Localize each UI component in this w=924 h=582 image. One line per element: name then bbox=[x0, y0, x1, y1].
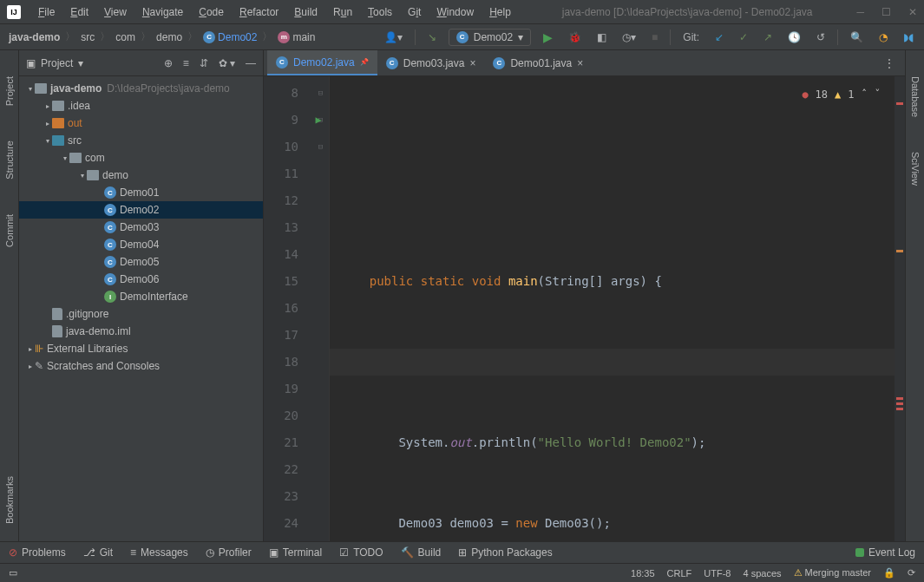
minimize-button[interactable]: ─ bbox=[856, 6, 864, 18]
bc-com[interactable]: com bbox=[114, 29, 137, 45]
hide-panel-button[interactable]: — bbox=[246, 57, 256, 69]
add-config-button[interactable]: 👤▾ bbox=[381, 29, 406, 45]
tree-com-package[interactable]: ▾com bbox=[19, 149, 263, 167]
messages-button[interactable]: ≡ Messages bbox=[130, 546, 188, 559]
tree-file-demo06[interactable]: CDemo06 bbox=[19, 271, 263, 288]
tree-file-demo02[interactable]: CDemo02 bbox=[19, 201, 263, 219]
git-branch[interactable]: ⚠ Merging master bbox=[794, 567, 871, 579]
indent-settings[interactable]: 4 spaces bbox=[743, 568, 781, 579]
bc-method[interactable]: mmain bbox=[276, 29, 317, 45]
project-tool-button[interactable]: Project bbox=[4, 76, 15, 106]
run-config-selector[interactable]: CDemo02 ▾ bbox=[449, 29, 531, 46]
tab-close-icon[interactable]: × bbox=[577, 57, 583, 69]
menu-build[interactable]: Build bbox=[287, 4, 324, 20]
menu-code[interactable]: Code bbox=[192, 4, 231, 20]
tab-demo02[interactable]: CDemo02.java📌 bbox=[267, 50, 377, 75]
coverage-button[interactable]: ◧ bbox=[593, 29, 610, 45]
collapse-all-button[interactable]: ⇵ bbox=[200, 57, 208, 69]
menu-edit[interactable]: Edit bbox=[63, 4, 95, 20]
expand-all-button[interactable]: ≡ bbox=[183, 57, 189, 69]
fold-gutter[interactable]: ⊟⊟⊟ bbox=[312, 76, 330, 541]
close-button[interactable]: ✕ bbox=[908, 6, 917, 18]
tab-demo03[interactable]: CDemo03.java× bbox=[377, 50, 485, 75]
todo-button[interactable]: ☑ TODO bbox=[339, 546, 383, 559]
bc-demo[interactable]: demo bbox=[154, 29, 184, 45]
git-tool-button[interactable]: ⎇ Git bbox=[83, 546, 113, 559]
git-push-button[interactable]: ↗ bbox=[760, 29, 776, 45]
git-rollback-button[interactable]: ↺ bbox=[813, 29, 829, 45]
run-gutter[interactable]: ▶ bbox=[312, 76, 324, 134]
git-history-button[interactable]: 🕓 bbox=[784, 29, 804, 45]
tree-iml[interactable]: java-demo.iml bbox=[19, 323, 263, 340]
tab-demo01[interactable]: CDemo01.java× bbox=[484, 50, 592, 75]
build-tool-button[interactable]: 🔨 Build bbox=[401, 546, 442, 559]
locate-file-button[interactable]: ⊕ bbox=[164, 57, 173, 69]
git-pull-button[interactable]: ↙ bbox=[711, 29, 727, 45]
memory-indicator[interactable]: ⟳ bbox=[908, 567, 915, 579]
profile-button[interactable]: ◷▾ bbox=[619, 29, 639, 45]
menu-help[interactable]: Help bbox=[482, 4, 518, 20]
tab-pin-icon[interactable]: 📌 bbox=[360, 58, 369, 66]
tab-close-icon[interactable]: × bbox=[469, 57, 475, 69]
tree-file-demo04[interactable]: CDemo04 bbox=[19, 236, 263, 253]
menu-refactor[interactable]: Refactor bbox=[233, 4, 285, 20]
tree-src-folder[interactable]: ▾src bbox=[19, 132, 263, 149]
line-gutter[interactable]: 8910111213141516171819202122232425 bbox=[264, 76, 312, 541]
tree-gitignore[interactable]: .gitignore bbox=[19, 305, 263, 323]
git-commit-button[interactable]: ✓ bbox=[736, 29, 751, 45]
code-content[interactable]: ●18 ▲1 ˆˇ public static void main(String… bbox=[330, 76, 895, 541]
run-line-icon[interactable]: ▶ bbox=[312, 107, 324, 134]
terminal-button[interactable]: ▣ Terminal bbox=[269, 546, 322, 559]
build-button[interactable]: ↘ bbox=[424, 29, 440, 45]
menu-file[interactable]: File bbox=[31, 4, 62, 20]
menu-run[interactable]: Run bbox=[326, 4, 359, 20]
bc-src[interactable]: src bbox=[79, 29, 96, 45]
search-button[interactable]: 🔍 bbox=[847, 29, 867, 45]
bc-project[interactable]: java-demo bbox=[7, 29, 62, 45]
maximize-button[interactable]: ☐ bbox=[881, 6, 891, 18]
tree-demo-package[interactable]: ▾demo bbox=[19, 167, 263, 184]
code-editor[interactable]: 8910111213141516171819202122232425 ▶ ⊟⊟⊟… bbox=[264, 76, 905, 541]
run-button[interactable]: ▶ bbox=[540, 29, 556, 46]
project-settings-button[interactable]: ✿ ▾ bbox=[219, 57, 235, 69]
menu-navigate[interactable]: Navigate bbox=[135, 4, 190, 20]
project-tree[interactable]: ▾java-demoD:\IdeaProjects\java-demo ▸.id… bbox=[19, 76, 263, 541]
problems-button[interactable]: ⊘Problems bbox=[9, 546, 66, 559]
tree-idea-folder[interactable]: ▸.idea bbox=[19, 97, 263, 114]
tree-scratches[interactable]: ▸✎Scratches and Consoles bbox=[19, 357, 263, 375]
tabs-more-button[interactable]: ⋮ bbox=[877, 57, 901, 69]
structure-tool-button[interactable]: Structure bbox=[4, 141, 15, 180]
profiler-button[interactable]: ◷ Profiler bbox=[206, 546, 252, 559]
code-with-me-button[interactable]: ◗◖ bbox=[900, 29, 917, 45]
file-encoding[interactable]: UTF-8 bbox=[704, 568, 731, 579]
tree-file-demo05[interactable]: CDemo05 bbox=[19, 253, 263, 271]
inspection-up[interactable]: ˆ bbox=[862, 82, 868, 108]
ide-settings-button[interactable]: ◔ bbox=[875, 29, 891, 45]
menu-window[interactable]: Window bbox=[429, 4, 481, 20]
sciview-tool-button[interactable]: SciView bbox=[910, 152, 921, 186]
tree-file-demo03[interactable]: CDemo03 bbox=[19, 219, 263, 236]
tree-project-root[interactable]: ▾java-demoD:\IdeaProjects\java-demo bbox=[19, 80, 263, 97]
marker-strip[interactable] bbox=[895, 76, 905, 541]
tree-external-libs[interactable]: ▸⊪External Libraries bbox=[19, 340, 263, 357]
caret-position[interactable]: 18:35 bbox=[631, 568, 655, 579]
debug-button[interactable]: 🐞 bbox=[565, 29, 585, 45]
menu-tools[interactable]: Tools bbox=[361, 4, 399, 20]
line-separator[interactable]: CRLF bbox=[667, 568, 692, 579]
inspection-down[interactable]: ˇ bbox=[875, 82, 881, 108]
stop-button[interactable]: ■ bbox=[648, 29, 661, 45]
menu-view[interactable]: View bbox=[97, 4, 134, 20]
tree-file-demo01[interactable]: CDemo01 bbox=[19, 184, 263, 201]
menu-git[interactable]: Git bbox=[401, 4, 428, 20]
bookmarks-tool-button[interactable]: Bookmarks bbox=[4, 476, 15, 524]
database-tool-button[interactable]: Database bbox=[910, 76, 921, 117]
project-view-selector[interactable]: ▣ Project ▾ bbox=[26, 57, 83, 69]
tree-out-folder[interactable]: ▸out bbox=[19, 114, 263, 132]
lock-icon[interactable]: 🔒 bbox=[883, 567, 895, 579]
status-icon[interactable]: ▭ bbox=[9, 567, 17, 579]
bc-class[interactable]: CDemo02 bbox=[201, 29, 259, 45]
event-log-button[interactable]: Event Log bbox=[855, 546, 915, 559]
python-packages-button[interactable]: ⊞ Python Packages bbox=[458, 546, 552, 559]
tree-file-demointerface[interactable]: IDemoInterface bbox=[19, 288, 263, 305]
commit-tool-button[interactable]: Commit bbox=[4, 214, 15, 247]
